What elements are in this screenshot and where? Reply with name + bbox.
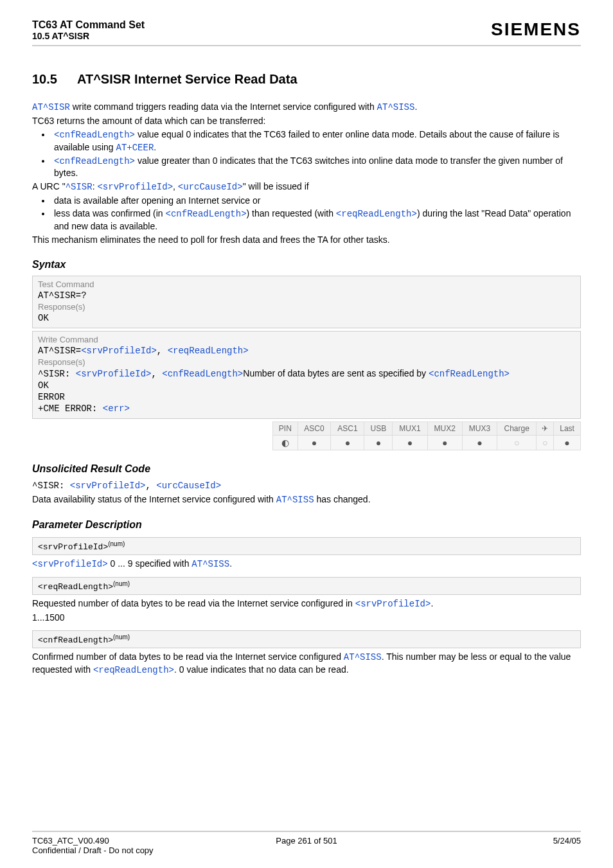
write-command-box: Write Command AT^SISR=<srvProfileId>, <r… xyxy=(32,331,581,419)
section-number: 10.5 xyxy=(32,72,77,87)
full-dot-icon: ● xyxy=(477,438,482,448)
param-reqreadlength-desc: Requested number of data bytes to be rea… xyxy=(32,598,581,610)
syntax-heading: Syntax xyxy=(32,259,581,270)
link-at-siss[interactable]: AT^SISS xyxy=(344,652,382,662)
link-srvprofileid[interactable]: <srvProfileId> xyxy=(70,481,146,491)
write-command: AT^SISR=<srvProfileId>, <reqReadLength> xyxy=(38,346,575,356)
caps-col-airplane: ✈ xyxy=(537,421,554,435)
caps-mark-asc1: ● xyxy=(331,435,364,450)
write-command-label: Write Command xyxy=(38,335,575,344)
full-dot-icon: ● xyxy=(312,438,317,448)
intro-p4: This mechanism eliminates the need to po… xyxy=(32,234,581,246)
param-cnfreadlength-desc: Confirmed number of data bytes to be rea… xyxy=(32,651,581,677)
link-at-siss[interactable]: AT^SISS xyxy=(276,495,314,505)
full-dot-icon: ● xyxy=(564,438,569,448)
caps-col-asc1: ASC1 xyxy=(331,421,364,435)
caps-mark-pin: ◐ xyxy=(273,435,298,450)
empty-dot-icon: ○ xyxy=(514,438,519,448)
bullet-data-avail: data is available after opening an Inter… xyxy=(51,195,581,207)
test-command-box: Test Command AT^SISR=? Response(s) OK xyxy=(32,276,581,328)
link-reqreadlength[interactable]: <reqReadLength> xyxy=(336,209,417,219)
caps-mark-airplane: ○ xyxy=(537,435,554,450)
link-cnfreadlength[interactable]: <cnfReadLength> xyxy=(166,209,247,219)
page-header: TC63 AT Command Set 10.5 AT^SISR SIEMENS xyxy=(32,19,581,46)
caps-col-mux3: MUX3 xyxy=(462,421,497,435)
link-reqreadlength[interactable]: <reqReadLength> xyxy=(93,665,174,675)
caps-mark-mux1: ● xyxy=(393,435,427,450)
link-urccauseid[interactable]: <urcCauseId> xyxy=(156,481,221,491)
intro-bullets-1: <cnfReadLength> value equal 0 indicates … xyxy=(32,128,581,180)
response-ok: OK xyxy=(38,380,575,391)
link-srvprofileid[interactable]: <srvProfileId> xyxy=(355,599,431,609)
doc-title: TC63 AT Command Set xyxy=(32,19,145,31)
link-at-ceer[interactable]: AT+CEER xyxy=(116,143,154,153)
link-cnfreadlength[interactable]: <cnfReadLength> xyxy=(54,156,135,166)
intro-bullets-2: data is available after opening an Inter… xyxy=(32,195,581,233)
page-footer: TC63_ATC_V00.490 Confidential / Draft - … xyxy=(32,831,581,855)
full-dot-icon: ● xyxy=(345,438,350,448)
caps-mark-charge: ○ xyxy=(497,435,537,450)
link-cnfreadlength[interactable]: <cnfReadLength> xyxy=(429,369,510,379)
caps-marks-row: ◐ ● ● ● ● ● ● ○ ○ ● xyxy=(273,435,581,450)
bullet-cnf-zero: <cnfReadLength> value equal 0 indicates … xyxy=(51,128,581,154)
param-srvprofileid-desc: <srvProfileId> 0 ... 9 specified with AT… xyxy=(32,558,581,571)
caps-col-mux2: MUX2 xyxy=(427,421,462,435)
half-dot-icon: ◐ xyxy=(281,438,289,448)
section-heading: 10.5AT^SISR Internet Service Read Data xyxy=(32,72,581,87)
link-srvprofileid[interactable]: <srvProfileId> xyxy=(76,369,152,379)
link-at-sisr[interactable]: AT^SISR xyxy=(32,102,70,112)
capabilities-table: PIN ASC0 ASC1 USB MUX1 MUX2 MUX3 Charge … xyxy=(272,421,581,450)
caps-mark-mux2: ● xyxy=(427,435,462,450)
brand-logo: SIEMENS xyxy=(491,19,581,40)
urc-desc: Data availability status of the Internet… xyxy=(32,493,581,506)
link-reqreadlength[interactable]: <reqReadLength> xyxy=(168,346,249,356)
bullet-cnf-gt-zero: <cnfReadLength> value greater than 0 ind… xyxy=(51,155,581,180)
link-sisr-urc[interactable]: ^SISR xyxy=(66,182,93,192)
response-sisr: ^SISR: <srvProfileId>, <cnfReadLength>Nu… xyxy=(38,368,575,379)
response-label: Response(s) xyxy=(38,302,575,312)
param-reqreadlength-range: 1...1500 xyxy=(32,612,581,624)
footer-confidential: Confidential / Draft - Do not copy xyxy=(32,846,215,855)
full-dot-icon: ● xyxy=(376,438,381,448)
footer-left: TC63_ATC_V00.490 Confidential / Draft - … xyxy=(32,836,215,855)
response-error: ERROR xyxy=(38,392,575,402)
urc-heading: Unsolicited Result Code xyxy=(32,463,581,475)
link-cnfreadlength[interactable]: <cnfReadLength> xyxy=(162,369,243,379)
link-at-siss[interactable]: AT^SISS xyxy=(377,102,415,112)
link-cnfreadlength[interactable]: <cnfReadLength> xyxy=(54,130,135,140)
footer-right: 5/24/05 xyxy=(398,836,581,855)
caps-mark-usb: ● xyxy=(364,435,393,450)
link-err[interactable]: <err> xyxy=(103,403,130,414)
caps-mark-asc0: ● xyxy=(298,435,331,450)
param-cnfreadlength: <cnfReadLength>(num) xyxy=(32,630,581,648)
full-dot-icon: ● xyxy=(442,438,447,448)
caps-mark-mux3: ● xyxy=(462,435,497,450)
test-command-label: Test Command xyxy=(38,279,575,289)
bullet-less-data: less data was confirmed (in <cnfReadLeng… xyxy=(51,208,581,233)
caps-col-charge: Charge xyxy=(497,421,537,435)
param-srvprofileid: <srvProfileId>(num) xyxy=(32,537,581,555)
param-reqreadlength: <reqReadLength>(num) xyxy=(32,577,581,595)
caps-mark-last: ● xyxy=(554,435,581,450)
caps-header-row: PIN ASC0 ASC1 USB MUX1 MUX2 MUX3 Charge … xyxy=(273,421,581,435)
caps-col-mux1: MUX1 xyxy=(393,421,427,435)
intro-p1: AT^SISR write command triggers reading d… xyxy=(32,101,581,114)
link-at-siss[interactable]: AT^SISS xyxy=(191,559,229,569)
link-urccauseid[interactable]: <urcCauseId> xyxy=(178,182,243,192)
full-dot-icon: ● xyxy=(407,438,413,448)
intro-p3: A URC "^SISR: <srvProfileId>, <urcCauseI… xyxy=(32,181,581,193)
urc-line: ^SISR: <srvProfileId>, <urcCauseId> xyxy=(32,480,581,492)
link-srvprofileid[interactable]: <srvProfileId> xyxy=(81,346,157,356)
footer-version: TC63_ATC_V00.490 xyxy=(32,836,215,846)
caps-col-last: Last xyxy=(554,421,581,435)
link-srvprofileid[interactable]: <srvProfileId> xyxy=(32,559,108,569)
link-srvprofileid[interactable]: <srvProfileId> xyxy=(97,182,173,192)
param-desc-heading: Parameter Description xyxy=(32,519,581,531)
response-cme-error: +CME ERROR: <err> xyxy=(38,403,575,414)
intro-p2: TC63 returns the amount of data which ca… xyxy=(32,115,581,127)
caps-col-pin: PIN xyxy=(273,421,298,435)
header-left: TC63 AT Command Set 10.5 AT^SISR xyxy=(32,19,145,41)
empty-dot-icon: ○ xyxy=(542,438,547,448)
doc-subtitle: 10.5 AT^SISR xyxy=(32,31,145,41)
response-label: Response(s) xyxy=(38,357,575,367)
